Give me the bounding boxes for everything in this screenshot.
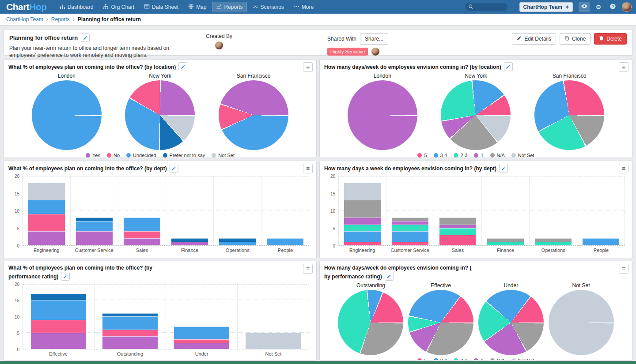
y-tick-label: 10 [15,209,19,214]
settings-button[interactable]: ⚙ [593,2,604,12]
bar-segment [344,218,381,225]
team-selector[interactable]: ChartHop Team [519,2,573,12]
charthop-logo[interactable]: ChartHop [6,0,47,14]
bar-engineering[interactable] [344,183,381,245]
clone-button[interactable]: Clone [560,33,591,45]
pie-chart-effective[interactable] [408,290,473,355]
legend-label: 3-4 [440,153,447,158]
pie-chart-new-york[interactable] [441,80,511,150]
x-category-label: Engineering [338,246,386,253]
help-button[interactable]: ? [607,2,618,12]
delete-button[interactable]: Delete [594,33,627,45]
bar-under[interactable] [174,326,230,349]
bar-segment [174,343,230,349]
pie-chart-not-set[interactable] [549,290,614,355]
created-by-avatar[interactable] [215,41,223,49]
panel-header: How many days/week do employees envision… [324,264,491,281]
edit-chart-button[interactable] [499,164,508,173]
panel-header: How many days a week do employees envisi… [324,164,628,173]
edit-details-button[interactable]: Edit Details [512,33,556,45]
bar-sales[interactable] [439,218,476,245]
user-avatar[interactable] [622,2,632,12]
bar-operations[interactable] [535,238,572,245]
panel-menu-button[interactable]: ≡ [619,264,628,274]
nav-item-org-chart[interactable]: Org Chart [99,2,138,12]
legend-dot [107,153,111,158]
visibility-toggle-button[interactable] [579,2,590,12]
chart-legend: YesNoUndecidedPrefer not to sayNot Set [8,153,312,158]
pie-chart-london[interactable] [348,80,417,150]
bar-people[interactable] [267,238,303,245]
bar-finance[interactable] [171,238,208,245]
bar-finance[interactable] [487,238,524,245]
x-category-label: Outstanding [94,349,166,356]
panel-menu-button[interactable]: ≡ [619,164,628,173]
eye-icon [581,3,588,11]
edit-chart-button[interactable] [61,272,70,281]
breadcrumb-team[interactable]: ChartHop Team [6,16,43,23]
nav-item-scenarios[interactable]: Scenarios [249,2,288,12]
legend-label: 1 [481,358,483,360]
edit-chart-button[interactable] [170,164,178,173]
bar-segment [124,218,160,232]
bar-segment [487,242,524,245]
nav-item-more[interactable]: More [290,2,318,12]
chart-panel-days-by-location: How many days/week do employees envision… [319,59,632,158]
y-axis: 05101520 [9,284,23,349]
bar-effective[interactable] [31,294,87,349]
panel-menu-button[interactable]: ≡ [619,62,628,72]
bar-engineering[interactable] [28,183,65,245]
bar-customer-service[interactable] [392,218,428,245]
hamburger-menu-icon: ≡ [622,64,625,70]
y-tick-label: 5 [17,226,19,231]
nav-item-data-sheet[interactable]: Data Sheet [140,2,182,12]
nav-item-dashboard[interactable]: Dashboard [56,2,98,12]
y-axis: 05101520 [9,176,23,246]
bar-people[interactable] [583,238,619,245]
legend-item-5: 5 [417,153,427,158]
pie-charts-row: LondonNew YorkSan Francisco [324,72,628,150]
nav-item-map[interactable]: Map [184,2,210,12]
bar-sales[interactable] [124,218,160,245]
legend-label: Not Set [518,358,534,360]
pie-chart-outstanding[interactable] [338,290,403,355]
bar-operations[interactable] [219,238,256,245]
shared-user-avatar[interactable] [371,48,379,56]
pie-chart-san-francisco[interactable] [534,80,604,150]
edit-chart-button[interactable] [178,62,187,71]
pie-chart-new-york[interactable] [125,80,195,150]
panel-menu-button[interactable]: ≡ [303,164,313,173]
legend-dot [417,153,422,158]
bar-column-sales [118,176,166,245]
copy-icon [564,36,569,42]
pie-chart-under[interactable] [478,290,544,355]
bar-not-set[interactable] [246,333,301,349]
edit-chart-button[interactable] [385,272,394,281]
panel-menu-button[interactable]: ≡ [303,264,313,274]
nav-item-reports[interactable]: Reports [212,2,246,12]
breadcrumb-reports[interactable]: Reports [51,16,70,23]
y-tick-label: 10 [15,315,19,319]
bar-column-finance [482,176,530,245]
y-tick-label: 10 [330,209,335,214]
chart-legend: 53-42-31N/ANot Set [324,358,628,360]
x-category-label: Operations [530,246,577,253]
panel-title: What % of employees plan on coming into … [8,165,167,172]
pie-chart-san-francisco[interactable] [219,80,288,150]
search-input[interactable] [465,3,507,11]
bar-segment [439,218,476,225]
panel-menu-button[interactable]: ≡ [303,62,313,72]
share-button[interactable]: Share... [360,33,388,45]
bar-customer-service[interactable] [76,218,113,245]
bar-segment [535,238,572,242]
hamburger-menu-icon: ≡ [306,64,310,70]
edit-chart-button[interactable] [504,62,513,71]
pie-chart-london[interactable] [32,80,102,150]
edit-title-button[interactable] [81,33,90,42]
x-category-label: Sales [118,246,166,253]
bar-segment [28,183,65,200]
bar-outstanding[interactable] [102,313,158,349]
y-tick-label: 0 [17,347,19,352]
x-category-label: Engineering [23,246,70,253]
panel-header: What % of employees plan on coming into … [8,164,312,173]
